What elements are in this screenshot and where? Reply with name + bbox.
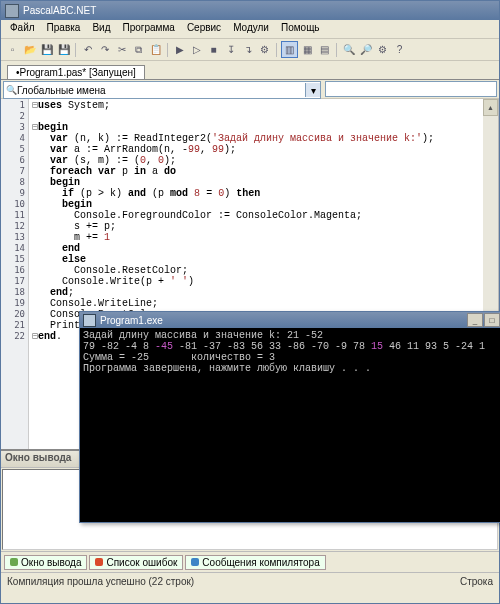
- cut-icon[interactable]: ✂: [114, 42, 129, 57]
- panel-b-icon[interactable]: ▦: [300, 42, 315, 57]
- editor-tab-strip: •Program1.pas* [Запущен]: [1, 61, 499, 80]
- scope-dropdown[interactable]: 🔍 Глобальные имена ▾: [3, 81, 321, 99]
- status-line: Строка: [460, 576, 493, 587]
- bottom-tab-Окно вывода[interactable]: Окно вывода: [4, 555, 87, 570]
- app-title: PascalABC.NET: [23, 5, 96, 16]
- open-icon[interactable]: 📂: [22, 42, 37, 57]
- scope-label: Глобальные имена: [17, 85, 106, 96]
- bottom-tab-Сообщения компилятора[interactable]: Сообщения компилятора: [185, 555, 325, 570]
- maximize-button[interactable]: □: [484, 313, 500, 327]
- line-gutter: 12345678910111213141516171819202122: [1, 99, 29, 449]
- bottom-tab-Список ошибок[interactable]: Список ошибок: [89, 555, 183, 570]
- panel-a-icon[interactable]: ▥: [281, 41, 298, 58]
- menu-Файл[interactable]: Файл: [4, 21, 41, 37]
- stepover-icon[interactable]: ↧: [223, 42, 238, 57]
- opts-icon[interactable]: ⚙: [375, 42, 390, 57]
- dropdown-arrow-icon[interactable]: ▾: [305, 83, 320, 97]
- status-bar: Компиляция прошла успешно (22 строк) Стр…: [1, 572, 499, 589]
- menu-bar: ФайлПравкаВидПрограммаСервисМодулиПомощь: [1, 20, 499, 39]
- app-icon: [5, 4, 19, 18]
- runnodbg-icon[interactable]: ▷: [189, 42, 204, 57]
- bottom-tab-strip: Окно выводаСписок ошибокСообщения компил…: [1, 551, 499, 572]
- panel-c-icon[interactable]: ▤: [317, 42, 332, 57]
- console-icon: [83, 314, 96, 327]
- status-compile: Компиляция прошла успешно (22 строк): [7, 576, 194, 587]
- findnext-icon[interactable]: 🔎: [358, 42, 373, 57]
- undo-icon[interactable]: ↶: [80, 42, 95, 57]
- scroll-up-icon[interactable]: ▲: [483, 99, 498, 116]
- console-window[interactable]: Program1.exe _ □ × Задай длину массива и…: [79, 311, 500, 523]
- redo-icon[interactable]: ↷: [97, 42, 112, 57]
- save-icon[interactable]: 💾: [39, 42, 54, 57]
- menu-Сервис[interactable]: Сервис: [181, 21, 227, 37]
- app-titlebar: PascalABC.NET: [1, 1, 499, 20]
- build-icon[interactable]: ⚙: [257, 42, 272, 57]
- menu-Правка[interactable]: Правка: [41, 21, 87, 37]
- find-icon[interactable]: 🔍: [341, 42, 356, 57]
- new-icon[interactable]: ▫: [5, 42, 20, 57]
- scope-bar: 🔍 Глобальные имена ▾: [1, 80, 499, 99]
- menu-Программа[interactable]: Программа: [116, 21, 180, 37]
- menu-Помощь[interactable]: Помощь: [275, 21, 326, 37]
- copy-icon[interactable]: ⧉: [131, 42, 146, 57]
- console-title: Program1.exe: [100, 315, 163, 326]
- member-dropdown[interactable]: [325, 81, 497, 97]
- paste-icon[interactable]: 📋: [148, 42, 163, 57]
- help-icon[interactable]: ?: [392, 42, 407, 57]
- menu-Модули[interactable]: Модули: [227, 21, 275, 37]
- stop-icon[interactable]: ■: [206, 42, 221, 57]
- console-titlebar[interactable]: Program1.exe _ □ ×: [80, 312, 500, 328]
- stepinto-icon[interactable]: ↴: [240, 42, 255, 57]
- minimize-button[interactable]: _: [467, 313, 483, 327]
- menu-Вид[interactable]: Вид: [86, 21, 116, 37]
- saveall-icon[interactable]: 💾: [56, 42, 71, 57]
- run-icon[interactable]: ▶: [172, 42, 187, 57]
- toolbar: ▫📂💾💾↶↷✂⧉📋▶▷■↧↴⚙▥▦▤🔍🔎⚙?: [1, 39, 499, 61]
- console-body: Задай длину массива и значение k: 21 -52…: [80, 328, 500, 376]
- editor-tab[interactable]: •Program1.pas* [Запущен]: [7, 65, 145, 79]
